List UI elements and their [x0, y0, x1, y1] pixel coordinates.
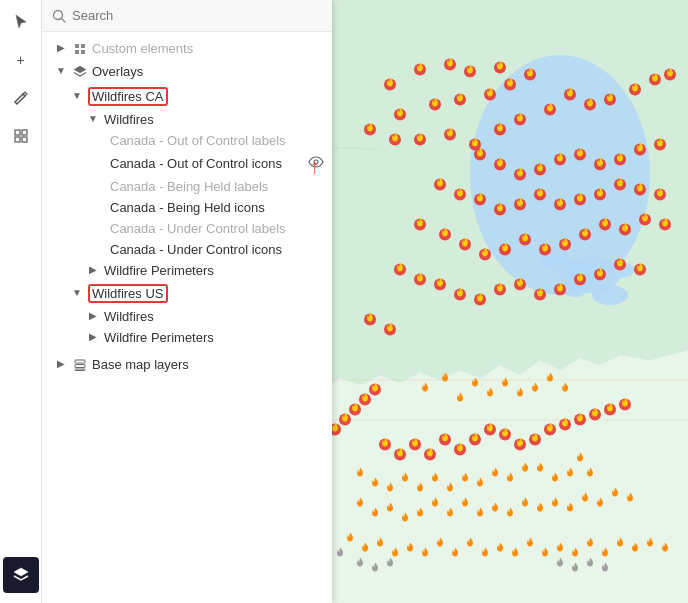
wildfire-perimeters-us-label: Wildfire Perimeters [104, 330, 214, 345]
wildfire-perimeters-ca-label: Wildfire Perimeters [104, 263, 214, 278]
wildfires-ca-group-label: Wildfires [104, 112, 154, 127]
wildfires-ca-group-chevron: ▼ [86, 113, 100, 127]
shapes-button[interactable] [3, 118, 39, 154]
custom-elements-chevron: ▶ [54, 42, 68, 56]
canada-being-held-labels-item[interactable]: Canada - Being Held labels [102, 176, 332, 197]
svg-rect-126 [15, 137, 20, 142]
overlays-icon [73, 65, 87, 79]
canada-being-held-icons-item[interactable]: Canada - Being Held icons [102, 197, 332, 218]
wildfires-us-sub[interactable]: ▶ Wildfires [78, 306, 332, 327]
red-arrow-indicator: ↓ [310, 158, 320, 181]
wildfire-perimeters-ca-chevron: ▶ [86, 264, 100, 278]
wildfire-perimeters-us-item[interactable]: ▶ Wildfire Perimeters [78, 327, 332, 348]
svg-rect-131 [81, 44, 85, 48]
wildfire-perimeters-us-chevron: ▶ [86, 331, 100, 345]
custom-elements-item[interactable]: ▶ Custom elements [42, 38, 332, 59]
wildfires-ca-chevron: ▼ [70, 90, 84, 104]
search-input[interactable] [72, 8, 322, 23]
svg-point-4 [592, 285, 628, 305]
canada-ooc-icons-row: Canada - Out of Control icons [110, 154, 324, 173]
canada-out-of-control-icons-item[interactable]: Canada - Out of Control icons [102, 151, 332, 176]
search-bar [42, 0, 332, 32]
custom-elements-label: Custom elements [92, 41, 193, 56]
svg-rect-135 [75, 360, 85, 363]
wildfires-us-label: Wildfires US [88, 284, 168, 303]
canada-bh-icons-label: Canada - Being Held icons [110, 200, 265, 215]
wildfires-ca-label: Wildfires CA [88, 87, 168, 106]
canada-uc-icons-label: Canada - Under Control icons [110, 242, 282, 257]
canada-under-control-icons-item[interactable]: Canada - Under Control icons [102, 239, 332, 260]
zoom-button[interactable]: + [3, 42, 39, 78]
wildfires-us-chevron: ▼ [70, 287, 84, 301]
svg-rect-127 [22, 137, 27, 142]
wildfires-us-item[interactable]: ▼ Wildfires US [62, 281, 332, 306]
left-toolbar: + [0, 0, 42, 603]
svg-rect-130 [75, 44, 79, 48]
svg-rect-137 [75, 369, 85, 371]
panel: ▶ Custom elements ▼ Overlays ▼ Wildfires… [42, 0, 332, 603]
canada-ooc-labels-label: Canada - Out of Control labels [110, 133, 286, 148]
cursor-tool-button[interactable] [3, 4, 39, 40]
canada-bh-labels-label: Canada - Being Held labels [110, 179, 268, 194]
canada-under-control-labels-item[interactable]: Canada - Under Control labels [102, 218, 332, 239]
svg-point-6 [470, 55, 650, 295]
svg-rect-132 [75, 50, 79, 54]
base-map-label: Base map layers [92, 357, 189, 372]
svg-rect-125 [22, 130, 27, 135]
base-map-header[interactable]: ▶ Base map layers [42, 352, 332, 377]
canada-out-of-control-labels-item[interactable]: Canada - Out of Control labels [102, 130, 332, 151]
base-map-icon [73, 358, 87, 372]
overlays-header[interactable]: ▼ Overlays [42, 59, 332, 84]
draw-button[interactable] [3, 80, 39, 116]
wildfire-perimeters-ca-item[interactable]: ▶ Wildfire Perimeters [78, 260, 332, 281]
svg-rect-124 [15, 130, 20, 135]
wildfires-us-sub-label: Wildfires [104, 309, 154, 324]
tree: ▶ Custom elements ▼ Overlays ▼ Wildfires… [42, 32, 332, 603]
overlays-label: Overlays [92, 64, 143, 79]
overlays-chevron: ▼ [54, 65, 68, 79]
wildfires-ca-item[interactable]: ▼ Wildfires CA [62, 84, 332, 109]
canada-uc-labels-label: Canada - Under Control labels [110, 221, 286, 236]
svg-line-129 [62, 18, 66, 22]
search-icon [52, 9, 66, 23]
svg-rect-136 [75, 364, 85, 367]
base-map-chevron: ▶ [54, 358, 68, 372]
custom-elements-icon [73, 42, 87, 56]
wildfires-ca-group[interactable]: ▼ Wildfires [78, 109, 332, 130]
wildfires-us-sub-chevron: ▶ [86, 310, 100, 324]
canada-ooc-icons-label: Canada - Out of Control icons [110, 156, 282, 171]
svg-rect-133 [81, 50, 85, 54]
layers-button[interactable] [3, 557, 39, 593]
